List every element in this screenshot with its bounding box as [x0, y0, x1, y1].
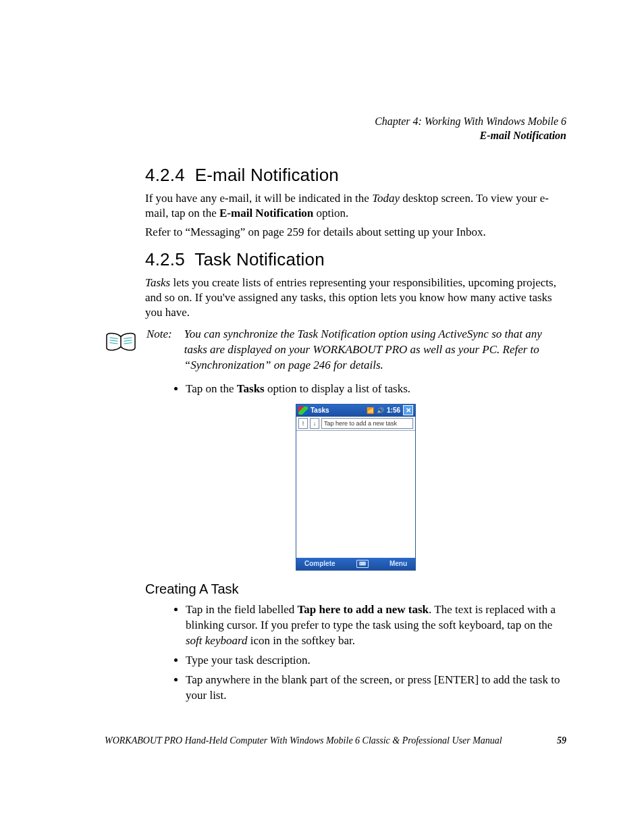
device-time: 1:56 [387, 407, 400, 414]
footer-text: WORKABOUT PRO Hand-Held Computer With Wi… [105, 735, 502, 746]
paragraph: If you have any e-mail, it will be indic… [145, 191, 566, 221]
add-task-field: Tap here to add a new task [321, 418, 413, 429]
paragraph: Refer to “Messaging” on page 259 for det… [145, 225, 566, 240]
priority-low-icon: ↓ [310, 418, 319, 429]
tasks-screenshot: Tasks 📶 🔊 1:56 ✕ ! ↓ Tap here to add a n… [145, 404, 566, 571]
paragraph: Tasks lets you create lists of entries r… [145, 276, 566, 320]
device-frame: Tasks 📶 🔊 1:56 ✕ ! ↓ Tap here to add a n… [296, 404, 416, 571]
speaker-icon: 🔊 [377, 407, 384, 414]
note-block: Note: You can synchronize the Task Notif… [105, 327, 566, 373]
topic-line: E-mail Notification [105, 129, 566, 143]
page-header: Chapter 4: Working With Windows Mobile 6… [105, 115, 566, 143]
section-heading-email: 4.2.4 E-mail Notification [145, 165, 566, 186]
close-icon: ✕ [403, 405, 413, 415]
note-label: Note: [146, 327, 172, 373]
priority-high-icon: ! [298, 418, 308, 429]
device-toolbar: ! ↓ Tap here to add a new task [296, 417, 415, 431]
page-footer: WORKABOUT PRO Hand-Held Computer With Wi… [105, 735, 566, 746]
page-number: 59 [557, 735, 566, 746]
signal-icon: 📶 [367, 407, 374, 414]
device-title: Tasks [311, 407, 329, 414]
subsection-heading-creating: Creating A Task [145, 581, 566, 597]
device-softkey-bar: Complete ⌨ Menu [296, 558, 415, 570]
keyboard-icon: ⌨ [356, 560, 369, 568]
note-body: You can synchronize the Task Notificatio… [184, 327, 566, 373]
list-item: Type your task description. [186, 653, 566, 669]
softkey-menu: Menu [390, 560, 407, 567]
start-flag-icon [298, 407, 308, 415]
list-item: Tap in the field labelled Tap here to ad… [186, 602, 566, 649]
section-heading-task: 4.2.5 Task Notification [145, 249, 566, 270]
bullet-list: Tap in the field labelled Tap here to ad… [145, 602, 566, 704]
device-titlebar: Tasks 📶 🔊 1:56 ✕ [296, 405, 415, 417]
list-item: Tap on the Tasks option to display a lis… [186, 382, 566, 397]
list-item: Tap anywhere in the blank part of the sc… [186, 673, 566, 704]
softkey-complete: Complete [304, 560, 336, 567]
chapter-line: Chapter 4: Working With Windows Mobile 6 [105, 115, 566, 129]
device-body [296, 431, 415, 558]
book-icon [105, 328, 137, 355]
bullet-list: Tap on the Tasks option to display a lis… [145, 382, 566, 397]
